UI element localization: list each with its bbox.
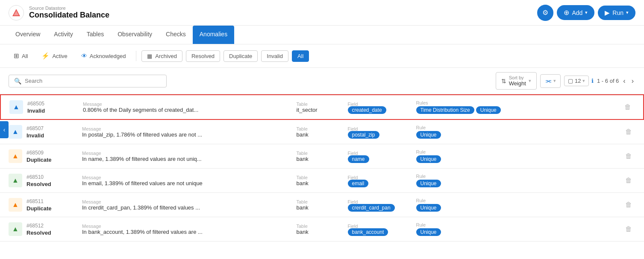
page-size-chevron-icon: ▾: [582, 78, 585, 84]
gear-button[interactable]: ⚙: [537, 5, 553, 21]
anomaly-field-col: Field created_date: [348, 102, 416, 113]
anomaly-message: In name, 1.389% of filtered values are n…: [82, 156, 288, 162]
back-arrow-button[interactable]: ‹: [0, 121, 9, 138]
anomaly-row[interactable]: ▲ #68510 Resolved Message In email, 1.38…: [0, 169, 644, 193]
rules-label: Rule: [416, 174, 622, 179]
delete-button[interactable]: 🗑: [623, 199, 634, 210]
sort-chevron-icon: ▾: [529, 78, 531, 84]
sort-wrap: ⇅ Sort by Weight ▾ ⫘ ▾ ▢ 12 ▾ ℹ 1 - 6 of…: [496, 72, 635, 90]
header-subtitle: Source Datastore: [29, 6, 109, 11]
tab-checks[interactable]: Checks: [159, 26, 193, 44]
anomaly-id-col: #68509 Duplicate: [26, 150, 82, 163]
filter-chevron-icon: ▾: [553, 78, 556, 84]
anomaly-rules-col: Rule Unique: [416, 149, 622, 163]
tab-activity[interactable]: Activity: [47, 26, 79, 44]
anomaly-id: #68511: [26, 198, 82, 204]
anomaly-id-col: #68512 Resolved: [26, 223, 82, 236]
anomaly-field-col: Field name: [348, 151, 416, 162]
anomaly-table: bank: [297, 180, 348, 186]
anomaly-table: bank: [297, 156, 348, 162]
anomaly-rules-col: Rule Unique: [416, 174, 622, 187]
filter-bar: ⊞ All ⚡ Active 👁 Acknowledged ▦ Archived…: [0, 44, 644, 68]
filter-invalid-button[interactable]: Invalid: [261, 50, 288, 62]
anomaly-id: #68509: [26, 150, 82, 156]
search-input[interactable]: [25, 78, 161, 84]
filter-archived-button[interactable]: ▦ Archived: [141, 50, 182, 62]
field-tag: name: [348, 155, 369, 163]
filter-separator: [136, 51, 136, 61]
anomaly-delete-col: 🗑: [622, 199, 635, 210]
anomaly-table: bank: [297, 229, 348, 235]
search-sort-bar: 🔍 ⇅ Sort by Weight ▾ ⫘ ▾ ▢ 12 ▾ ℹ 1 - 6 …: [0, 68, 644, 94]
sort-dropdown[interactable]: ⇅ Sort by Weight ▾: [496, 72, 537, 90]
info-icon: ℹ: [591, 78, 594, 84]
anomaly-message: 0.806% of the Daily segments of created_…: [83, 107, 288, 113]
header-actions: ⚙ ⊕ Add ▾ ▶ Run ▾: [537, 5, 635, 21]
anomaly-id: #68512: [26, 223, 82, 229]
anomaly-id-col: #68505 Invalid: [27, 101, 83, 114]
tab-anomalies[interactable]: Anomalies: [193, 26, 234, 44]
pagination-range: ℹ 1 - 6 of 6: [591, 78, 619, 84]
rules-label: Rules: [416, 100, 621, 105]
message-label: Message: [82, 151, 288, 156]
logo-icon: [11, 8, 21, 18]
rules-label: Rule: [416, 125, 622, 130]
anomaly-field-col: Field bank_account: [348, 224, 416, 235]
anomaly-delete-col: 🗑: [622, 224, 635, 235]
anomaly-type: Invalid: [27, 108, 83, 114]
page-title: Consolidated Balance: [29, 11, 109, 20]
anomaly-type-icon: ▲: [12, 152, 19, 160]
anomaly-delete-col: 🗑: [622, 175, 635, 186]
anomaly-rules-col: Rule Unique: [416, 222, 622, 236]
anomaly-row[interactable]: ▲ #68507 Invalid Message In postal_zip, …: [0, 120, 644, 144]
tab-overview[interactable]: Overview: [9, 26, 47, 44]
anomaly-row[interactable]: ▲ #68509 Duplicate Message In name, 1.38…: [0, 144, 644, 169]
tab-tables[interactable]: Tables: [80, 26, 111, 44]
field-label: Field: [348, 151, 416, 156]
logo: [9, 5, 24, 20]
filter-acknowledged[interactable]: 👁 Acknowledged: [76, 50, 131, 62]
filter-icon: ⫘: [545, 77, 552, 85]
filter-resolved-button[interactable]: Resolved: [186, 50, 220, 62]
page-size-select[interactable]: ▢ 12 ▾: [564, 76, 589, 86]
field-tag: created_date: [348, 106, 386, 114]
search-box[interactable]: 🔍: [9, 75, 167, 87]
field-tag: bank_account: [348, 228, 388, 236]
run-button[interactable]: ▶ Run ▾: [598, 6, 635, 20]
rule-tag: Unique: [416, 131, 441, 139]
prev-page-button[interactable]: ‹: [621, 76, 627, 86]
filter-duplicate-button[interactable]: Duplicate: [223, 50, 258, 62]
delete-button[interactable]: 🗑: [623, 126, 634, 137]
field-label: Field: [348, 102, 416, 107]
field-tag: postal_zip: [348, 131, 379, 139]
delete-button[interactable]: 🗑: [623, 224, 634, 235]
rule-tag: Unique: [416, 180, 441, 187]
filter-all2-button[interactable]: All: [292, 50, 309, 62]
anomaly-icon: ▲: [9, 125, 22, 139]
filter-all[interactable]: ⊞ All: [9, 49, 33, 62]
anomaly-row[interactable]: ▲ #68505 Invalid Message 0.806% of the D…: [0, 94, 644, 120]
rule-tag: Unique: [416, 228, 441, 236]
eye-icon: 👁: [81, 52, 87, 59]
delete-button[interactable]: 🗑: [623, 151, 634, 162]
anomaly-type-icon: ▲: [13, 103, 20, 111]
delete-button[interactable]: 🗑: [623, 102, 633, 113]
anomaly-table-col: Table bank: [297, 199, 348, 211]
anomaly-table-col: Table bank: [297, 224, 348, 235]
anomaly-message: In bank_account, 1.389% of filtered valu…: [82, 229, 288, 235]
anomaly-type-icon: ▲: [12, 128, 19, 136]
anomaly-row[interactable]: ▲ #68511 Duplicate Message In crerdit_ca…: [0, 193, 644, 217]
delete-button[interactable]: 🗑: [623, 175, 634, 186]
next-page-button[interactable]: ›: [630, 76, 635, 86]
add-button[interactable]: ⊕ Add ▾: [557, 5, 594, 20]
anomaly-icon: ▲: [9, 100, 23, 114]
filter-icon-button[interactable]: ⫘ ▾: [540, 74, 561, 88]
rule-tag: Time Distribution Size: [416, 106, 474, 114]
tab-observability[interactable]: Observability: [111, 26, 159, 44]
anomaly-row[interactable]: ▲ #68512 Resolved Message In bank_accoun…: [0, 217, 644, 242]
anomaly-icon: ▲: [9, 222, 22, 236]
anomaly-rules-col: Rules Time Distribution SizeUnique: [416, 100, 621, 114]
anomaly-type-icon: ▲: [12, 225, 19, 233]
filter-active[interactable]: ⚡ Active: [36, 49, 72, 62]
anomaly-table: bank: [297, 131, 348, 138]
